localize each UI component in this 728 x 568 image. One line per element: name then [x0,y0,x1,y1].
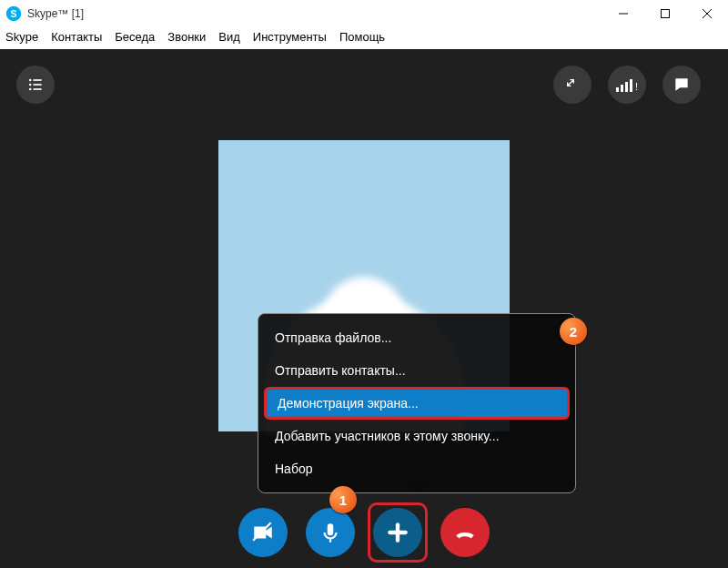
toggle-mic-button[interactable] [306,508,355,557]
menu-item-tools[interactable]: Инструменты [253,30,327,44]
menu-bar: Skype Контакты Беседа Звонки Вид Инструм… [0,27,728,49]
fullscreen-button[interactable] [553,66,592,104]
title-bar: S Skype™ [1] [0,0,728,27]
hangup-button[interactable] [440,508,490,557]
svg-rect-11 [34,88,42,90]
skype-logo-icon: S [5,5,22,22]
menu-item-view[interactable]: Вид [218,30,240,44]
plus-icon [386,521,410,544]
menu-item-help[interactable]: Помощь [339,30,385,44]
svg-point-10 [29,88,32,91]
open-chat-button[interactable] [662,66,701,104]
menu-item-contacts[interactable]: Контакты [51,30,102,44]
svg-rect-9 [34,84,42,86]
add-actions-menu: Отправка файлов... Отправить контакты...… [258,313,576,493]
phone-hangup-icon [453,521,477,544]
window-title: Skype™ [1] [27,7,84,20]
close-button[interactable] [686,0,728,27]
annotation-marker-2: 2 [560,318,587,345]
svg-point-8 [29,84,32,86]
svg-rect-3 [662,10,670,18]
menu-item-send-contacts[interactable]: Отправить контакты... [258,354,575,387]
menu-item-skype[interactable]: Skype [5,30,38,44]
menu-item-chat[interactable]: Беседа [115,30,155,44]
annotation-marker-1: 1 [329,486,357,513]
svg-point-6 [29,79,32,82]
signal-bars-icon: ! [616,77,638,92]
svg-rect-7 [34,79,42,81]
menu-item-add-people[interactable]: Добавить участников к этому звонку... [258,420,575,452]
call-list-button[interactable] [16,66,55,104]
call-controls [0,508,728,557]
menu-item-dialpad[interactable]: Набор [258,452,575,485]
toggle-video-button[interactable] [238,508,288,557]
maximize-button[interactable] [644,0,686,27]
minimize-button[interactable] [602,0,644,27]
call-area: ! Отправка файлов... Отправить контакты.… [0,49,728,568]
menu-item-send-files[interactable]: Отправка файлов... [258,321,575,354]
menu-item-calls[interactable]: Звонки [167,30,206,44]
svg-rect-13 [328,523,334,535]
call-quality-button[interactable]: ! [608,66,646,104]
add-actions-button[interactable] [373,508,422,557]
menu-item-share-screen[interactable]: Демонстрация экрана... [264,387,570,420]
window-controls [602,0,728,27]
svg-text:S: S [10,8,16,19]
